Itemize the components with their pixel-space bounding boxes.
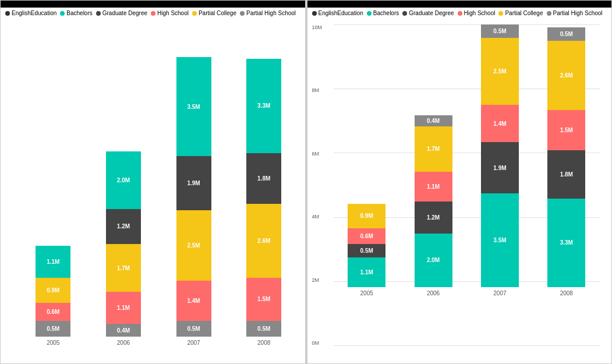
bar-stack: 0.5M0.6M0.9M1.1M bbox=[36, 246, 70, 337]
stacked-bar-segment: 1.1M bbox=[415, 172, 452, 202]
stacked-bar-stack: 3.5M1.9M1.4M2.5M0.5M bbox=[481, 24, 519, 287]
stacked-bar-segment: 3.3M bbox=[547, 199, 585, 287]
stacked-bar-segment: 1.5M bbox=[547, 110, 585, 150]
stacked-bar-stack: 1.1M0.5M0.6M0.9M bbox=[348, 204, 385, 287]
ribbon-chart-panel: EnglishEducationBachelorsGraduate Degree… bbox=[0, 0, 306, 364]
stacked-bar-group: 3.5M1.9M1.4M2.5M0.5M2007 bbox=[466, 24, 533, 296]
stacked-bar-segment: 0.5M bbox=[481, 24, 519, 38]
stacked-chart-panel: EnglishEducationBachelorsGraduate Degree… bbox=[307, 0, 613, 364]
stacked-bar-segment: 1.1M bbox=[348, 257, 385, 287]
stacked-bar-group: 3.3M1.8M1.5M2.6M0.5M2008 bbox=[533, 27, 600, 296]
bar-stack: 0.5M1.4M2.5M1.9M3.5M bbox=[176, 57, 211, 337]
stacked-bar-segment: 0.6M bbox=[348, 228, 385, 245]
stacked-bar-segment: 0.4M bbox=[415, 115, 452, 126]
legend-item: Partial High School bbox=[240, 10, 296, 16]
bar-stack: 0.5M1.5M2.6M1.8M3.3M bbox=[246, 59, 281, 337]
legend-item: EnglishEducation bbox=[312, 10, 363, 16]
stacked-bar-segment: 1.2M bbox=[415, 202, 452, 234]
legend-item: High School bbox=[151, 10, 189, 16]
bar-segment: 2.5M bbox=[176, 210, 211, 281]
bar-segment: 0.5M bbox=[246, 321, 281, 337]
bar-segment: 3.3M bbox=[246, 59, 281, 153]
grid-line bbox=[334, 345, 600, 346]
legend-item: Partial High School bbox=[547, 10, 603, 16]
bar-segment: 1.4M bbox=[176, 281, 211, 321]
stacked-bar-segment: 2.5M bbox=[481, 38, 519, 105]
stacked-legend: EnglishEducationBachelorsGraduate Degree… bbox=[307, 8, 612, 19]
bar-segment: 1.9M bbox=[176, 156, 211, 210]
bar-segment: 3.5M bbox=[176, 57, 211, 156]
ribbon-chart-area: 0.5M0.6M0.9M1.1M20050.4M1.1M1.7M1.2M2.0M… bbox=[1, 19, 305, 363]
bar-segment: 1.1M bbox=[36, 246, 70, 278]
bar-segment: 1.8M bbox=[246, 153, 281, 204]
stacked-bar-year-label: 2006 bbox=[427, 290, 440, 296]
bar-segment: 0.5M bbox=[176, 321, 211, 337]
ribbon-legend: EnglishEducationBachelorsGraduate Degree… bbox=[1, 8, 305, 19]
legend-item: Graduate Degree bbox=[96, 10, 147, 16]
stacked-bar-segment: 0.5M bbox=[348, 244, 385, 257]
stacked-bar-segment: 2.0M bbox=[415, 234, 452, 287]
legend-item: Graduate Degree bbox=[402, 10, 454, 16]
legend-item: EnglishEducation bbox=[5, 10, 56, 16]
stacked-bar-segment: 3.5M bbox=[481, 193, 519, 287]
stacked-bar-segment: 1.8M bbox=[547, 150, 585, 199]
bar-year-label: 2005 bbox=[47, 340, 59, 346]
stacked-bar-segment: 1.9M bbox=[481, 142, 519, 193]
bar-segment: 0.6M bbox=[36, 303, 70, 320]
stacked-bar-year-label: 2008 bbox=[560, 290, 573, 296]
ribbon-bar-group: 0.5M1.4M2.5M1.9M3.5M2007 bbox=[158, 57, 229, 346]
stacked-bar-segment: 2.6M bbox=[547, 41, 585, 111]
bar-segment: 1.7M bbox=[106, 244, 141, 292]
bar-segment: 0.4M bbox=[106, 324, 141, 337]
stacked-bar-segment: 1.7M bbox=[415, 126, 452, 172]
bar-stack: 0.4M1.1M1.7M1.2M2.0M bbox=[106, 151, 141, 337]
ribbon-bar-group: 0.4M1.1M1.7M1.2M2.0M2006 bbox=[89, 151, 159, 346]
ribbon-chart-title bbox=[1, 1, 305, 8]
stacked-bar-segment: 1.4M bbox=[481, 105, 519, 142]
stacked-chart-wrapper: 0M2M4M6M8M10M 1.1M0.5M0.6M0.9M20052.0M1.… bbox=[307, 19, 612, 363]
stacked-bar-group: 1.1M0.5M0.6M0.9M2005 bbox=[334, 204, 400, 296]
stacked-bar-segment: 0.5M bbox=[547, 27, 585, 41]
legend-item: Partial College bbox=[498, 10, 543, 16]
bar-segment: 0.9M bbox=[36, 278, 70, 303]
bar-segment: 2.6M bbox=[246, 204, 281, 277]
bar-year-label: 2007 bbox=[187, 340, 200, 346]
legend-item: Bachelors bbox=[367, 10, 399, 16]
stacked-bar-year-label: 2005 bbox=[360, 290, 373, 296]
bar-year-label: 2008 bbox=[257, 340, 270, 346]
bar-segment: 1.5M bbox=[246, 278, 281, 321]
bar-segment: 1.2M bbox=[106, 209, 141, 244]
legend-item: Bachelors bbox=[60, 10, 92, 16]
bar-year-label: 2006 bbox=[117, 340, 130, 346]
stacked-bar-group: 2.0M1.2M1.1M1.7M0.4M2006 bbox=[400, 115, 466, 296]
bar-segment: 1.1M bbox=[106, 292, 141, 324]
stacked-chart-area: 1.1M0.5M0.6M0.9M20052.0M1.2M1.1M1.7M0.4M… bbox=[307, 19, 612, 314]
bar-segment: 2.0M bbox=[106, 151, 141, 209]
stacked-bar-stack: 2.0M1.2M1.1M1.7M0.4M bbox=[415, 115, 452, 287]
bar-segment: 0.5M bbox=[36, 321, 70, 337]
stacked-chart-title bbox=[307, 1, 612, 8]
stacked-bar-segment: 0.9M bbox=[348, 204, 385, 228]
stacked-bar-year-label: 2007 bbox=[493, 290, 506, 296]
stacked-bar-stack: 3.3M1.8M1.5M2.6M0.5M bbox=[547, 27, 585, 287]
ribbon-bar-group: 0.5M1.5M2.6M1.8M3.3M2008 bbox=[229, 59, 299, 346]
legend-item: Partial College bbox=[192, 10, 236, 16]
ribbon-bar-group: 0.5M0.6M0.9M1.1M2005 bbox=[18, 246, 89, 346]
y-axis-label: 0M bbox=[312, 340, 323, 346]
legend-item: High School bbox=[458, 10, 496, 16]
